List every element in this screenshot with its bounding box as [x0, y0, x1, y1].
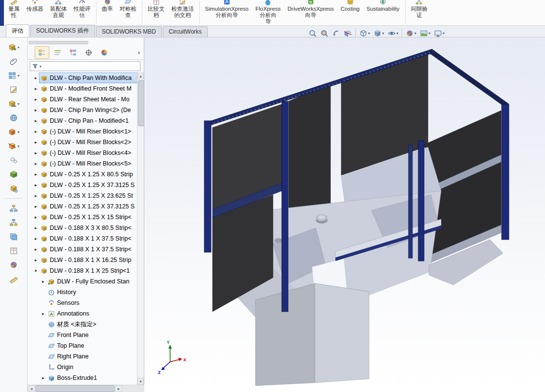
expand-arrow-icon[interactable]: ▸ [33, 204, 39, 209]
tree-item[interactable]: Top Plane [28, 340, 137, 351]
tree-item[interactable]: Front Plane [28, 330, 137, 340]
move-component-button[interactable]: ▾ [2, 98, 25, 110]
edit-component-button[interactable] [2, 84, 25, 95]
display-style-button[interactable]: ▾ [372, 28, 386, 38]
tree-item[interactable]: ▸DLW - Fully Enclosed Stan [28, 276, 137, 287]
assembly-features-button[interactable]: ▾ [2, 126, 25, 138]
tree-item-body[interactable]: 材质 <未指定> [46, 319, 137, 330]
tree-item-body[interactable]: DLW - Rear Sheet Metal - Mo [39, 94, 137, 105]
tree-item-body[interactable]: AAnnotations [46, 308, 137, 319]
tree-item-body[interactable]: DLW - 0.188 X 3 X 80.5 Strip< [39, 223, 137, 233]
tree-item-body[interactable]: History [46, 287, 137, 298]
curvature-button[interactable]: 曲率 [98, 0, 117, 26]
expand-arrow-icon[interactable]: ▸ [33, 215, 39, 220]
propertymanager-tab[interactable] [50, 46, 65, 59]
scroll-up-icon[interactable]: ▴ [137, 73, 144, 79]
view-settings-button[interactable]: ▾ [432, 28, 446, 38]
expand-arrow-icon[interactable]: ▸ [33, 97, 39, 102]
tree-item-body[interactable]: Top Plane [46, 340, 137, 351]
scroll-down-icon[interactable]: ▾ [137, 378, 144, 385]
driveworksxpress-wizard-button[interactable]: DDriveWorksXpress向导 [284, 0, 337, 26]
tree-item[interactable]: Right Plane [28, 351, 137, 362]
previous-view-button[interactable] [331, 28, 342, 38]
section-view-button[interactable] [342, 28, 353, 38]
tree-item[interactable]: ▸DLW - 0.25 X 1.25 X 15 Strip< [28, 212, 137, 223]
tree-item[interactable]: ▸DLW - Chip Pan - Modified<1 [28, 115, 137, 126]
tree-item[interactable]: ▸DLW - 0.188 X 3 X 80.5 Strip< [28, 223, 137, 233]
mass-properties-button[interactable]: 量属性 [5, 0, 23, 26]
expand-arrow-icon[interactable]: ▸ [33, 258, 39, 262]
tree-item-body[interactable]: DLW - Modified Front Sheet M [39, 83, 137, 94]
expand-arrow-icon[interactable]: ▸ [33, 193, 39, 198]
zoom-to-area-button[interactable] [319, 28, 330, 38]
tree-item-body[interactable]: (-) DLW - Mill Riser Blocks<5> [39, 158, 137, 169]
commandmanager-tab-circuitworks[interactable]: CircuitWorks [163, 26, 208, 37]
tree-item-body[interactable]: DLW - Chip Pan Wing<2> (De [39, 105, 137, 115]
expand-arrow-icon[interactable]: ▸ [33, 140, 39, 145]
display-style-dropdown-caret-icon[interactable]: ▾ [382, 31, 384, 36]
appearances-button[interactable] [2, 259, 25, 271]
performance-evaluation-button[interactable]: 性能评估 [70, 0, 94, 26]
tree-item-body[interactable]: DLW - Chip Pan - Modified<1 [39, 115, 137, 126]
insert-components-dropdown-caret-icon[interactable]: ▾ [18, 45, 19, 50]
tree-item-body[interactable]: DLW - 0.25 X 1.25 X 15 Strip< [39, 212, 137, 223]
tree-item[interactable]: ▸DLW - 0.25 X 1.25 X 37.3125 S [28, 180, 137, 190]
expand-arrow-icon[interactable]: ▸ [33, 172, 39, 177]
tree-item[interactable]: ▸DLW - 0.188 X 1 X 37.5 Strip< [28, 244, 137, 255]
zoom-to-fit-button[interactable] [307, 28, 318, 38]
tree-item-body[interactable]: (-) DLW - Mill Riser Blocks<2> [39, 137, 137, 148]
tree-item[interactable]: ▸DLW - Chip Pan With Modifica [28, 73, 137, 83]
assembly-features-dropdown-caret-icon[interactable]: ▾ [18, 130, 19, 134]
linear-component-pattern-button[interactable]: ▾ [2, 70, 25, 81]
tree-item[interactable]: Sensors [28, 298, 137, 308]
tree-item-body[interactable]: Right Plane [46, 351, 137, 362]
insert-components-button[interactable]: ▾ [2, 41, 25, 53]
expand-arrow-icon[interactable]: ▸ [40, 375, 46, 380]
hide-show-items-dropdown-caret-icon[interactable]: ▾ [396, 31, 398, 36]
tree-item[interactable]: ▸DLW - Chip Pan Wing<2> (De [28, 105, 137, 115]
clearance-verification-button[interactable]: 间隙验证 [408, 0, 431, 26]
view-orientation-dropdown-caret-icon[interactable]: ▾ [368, 31, 370, 36]
expand-arrow-icon[interactable]: ▸ [33, 225, 39, 230]
symmetry-check-button[interactable]: 对称检查 [117, 0, 140, 26]
view-settings-dropdown-caret-icon[interactable]: ▾ [443, 31, 445, 36]
sustainability-button[interactable]: Sustainability [363, 0, 403, 26]
scroll-left-icon[interactable]: ◂ [28, 385, 35, 392]
check-active-document-button[interactable]: 检查激活的文档 [168, 0, 197, 26]
panel-splitter-grip[interactable] [29, 41, 88, 44]
tree-item[interactable]: ▸AAnnotations [28, 308, 137, 319]
displaymanager-tab[interactable] [97, 46, 112, 59]
tree-item-body[interactable]: Sensors [46, 298, 137, 308]
dimxpertmanager-tab[interactable] [81, 46, 96, 59]
expand-arrow-icon[interactable]: ▸ [33, 108, 39, 112]
expand-arrow-icon[interactable]: ▸ [33, 75, 39, 80]
tree-item[interactable]: ▸DLW - 0.25 X 1.25 X 80.5 Strip [28, 169, 137, 180]
hide-show-items-button[interactable]: ▾ [386, 28, 400, 38]
expand-arrow-icon[interactable]: ▾ [33, 268, 39, 273]
tree-item[interactable]: Origin [28, 362, 137, 373]
tree-item[interactable]: ▸DLW - 0.25 X 1.25 X 37.3125 S [28, 201, 137, 212]
expand-arrow-icon[interactable]: ▸ [33, 236, 39, 241]
tree-item-body[interactable]: DLW - 0.25 X 1.25 X 37.3125 S [39, 201, 137, 212]
tree-item[interactable]: ▾DLW - 0.188 X 1 X 25 Strip<1 [28, 265, 137, 276]
tree-item-body[interactable]: DLW - Chip Pan With Modifica [39, 73, 137, 83]
view-orientation-button[interactable]: ▾ [358, 28, 371, 38]
tree-item-body[interactable]: DLW - 0.25 X 1.25 X 80.5 Strip [39, 169, 137, 180]
tree-item-body[interactable]: DLW - 0.188 X 1 X 25 Strip<1 [39, 265, 137, 276]
tree-item[interactable]: ▸DLW - 0.188 X 1 X 16.25 Strip [28, 255, 137, 265]
simulationxpress-analysis-wizard-button[interactable]: SimulationXpress分析向导 [202, 0, 252, 26]
panel-expand-chevron-icon[interactable]: › [138, 49, 140, 56]
sensors-button[interactable]: 传感器 [23, 0, 47, 26]
tree-item[interactable]: ▸Boss-Extrude1 [28, 373, 137, 383]
expand-arrow-icon[interactable]: ▸ [33, 247, 39, 252]
commandmanager-tab-solidworks-插件[interactable]: SOLIDWORKS 插件 [30, 25, 95, 37]
smart-fasteners-button[interactable] [2, 183, 25, 194]
tree-item-body[interactable]: DLW - 0.25 X 1.25 X 37.3125 S [39, 180, 137, 190]
edit-appearance-dropdown-caret-icon[interactable]: ▾ [414, 31, 416, 36]
apply-scene-button[interactable]: ▾ [418, 28, 432, 38]
tree-item[interactable]: ▸DLW - Rear Sheet Metal - Mo [28, 94, 137, 105]
tree-item-body[interactable]: DLW - 0.188 X 1 X 16.25 Strip [39, 255, 137, 265]
tree-horizontal-scrollbar[interactable]: ◂ ▸ [28, 385, 144, 392]
tree-item[interactable]: 材质 <未指定> [28, 319, 137, 330]
show-hidden-components-button[interactable] [2, 112, 25, 124]
